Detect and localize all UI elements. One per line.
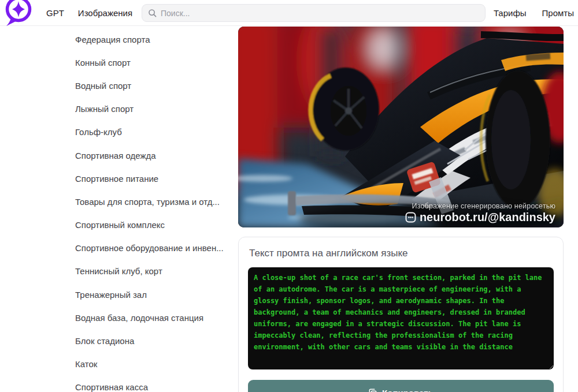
- copy-button[interactable]: Копировать: [248, 380, 554, 392]
- nav-item-gpt[interactable]: GPT: [46, 8, 64, 18]
- search-icon: [148, 9, 157, 17]
- sidebar-item-golf-club[interactable]: Гольф-клуб: [75, 121, 231, 144]
- watermark-caption: Изображение сгенерировано нейросетью: [405, 202, 555, 210]
- sidebar-item-water-sport[interactable]: Водный спорт: [75, 74, 231, 97]
- sidebar-item-sportswear[interactable]: Спортивная одежда: [75, 144, 231, 167]
- nav-left-links: GPT Изображения: [46, 0, 132, 25]
- search-bar[interactable]: [142, 4, 486, 22]
- sidebar-item-sport-equipment[interactable]: Спортивное оборудование и инвен...: [75, 237, 231, 260]
- brand-logo[interactable]: [4, 0, 33, 27]
- copy-button-label: Копировать: [382, 388, 433, 392]
- sidebar-item-stadium-block[interactable]: Блок стадиона: [75, 329, 231, 352]
- prompt-textarea[interactable]: A close-up shot of a race car's front se…: [248, 267, 554, 369]
- race-car-illustration: [238, 27, 564, 227]
- race-car-image: Изображение сгенерировано нейросетью neu…: [238, 27, 564, 227]
- sidebar-item-tennis-club[interactable]: Теннисный клуб, корт: [75, 260, 231, 283]
- sidebar-item-sport-complex[interactable]: Спортивный комплекс: [75, 214, 231, 237]
- sidebar-item-ice-rink[interactable]: Каток: [75, 353, 231, 376]
- search-input[interactable]: [161, 9, 479, 18]
- image-watermark: Изображение сгенерировано нейросетью neu…: [405, 202, 555, 224]
- neurobot-logo-icon: [405, 212, 416, 223]
- sidebar-item-gym[interactable]: Тренажерный зал: [75, 283, 231, 306]
- nav-item-prompts[interactable]: Промты: [542, 8, 574, 18]
- prompt-card: Текст промта на английском языке A close…: [238, 237, 564, 392]
- sidebar-item-boat-station[interactable]: Водная база, лодочная станция: [75, 306, 231, 329]
- watermark-brand: neurobot.ru/@kandinsky: [405, 211, 555, 224]
- sidebar-item-sport-ticket-office[interactable]: Спортивная касса: [75, 376, 231, 392]
- copy-icon: [368, 388, 377, 392]
- sidebar-item-ski-sport[interactable]: Лыжный спорт: [75, 98, 231, 121]
- prompt-section-title: Текст промта на английском языке: [249, 248, 554, 259]
- sidebar-item-sport-goods[interactable]: Товары для спорта, туризма и отд...: [75, 190, 231, 213]
- sidebar-item-equestrian[interactable]: Конный спорт: [75, 51, 231, 74]
- chat-sparkle-logo-icon: [4, 0, 33, 27]
- nav-right-links: Тарифы Промты: [494, 0, 574, 25]
- sidebar-item-sport-nutrition[interactable]: Спортивное питание: [75, 167, 231, 190]
- watermark-brand-text: neurobot.ru/@kandinsky: [420, 211, 555, 224]
- sidebar-item-sport-federation[interactable]: Федерация спорта: [75, 28, 231, 51]
- nav-item-images[interactable]: Изображения: [78, 8, 132, 18]
- category-sidebar: Федерация спорта Конный спорт Водный спо…: [75, 28, 231, 392]
- page: GPT Изображения Тарифы Промты Федерация …: [0, 0, 578, 392]
- top-navbar: GPT Изображения Тарифы Промты: [0, 0, 578, 26]
- nav-item-tariffs[interactable]: Тарифы: [494, 8, 527, 18]
